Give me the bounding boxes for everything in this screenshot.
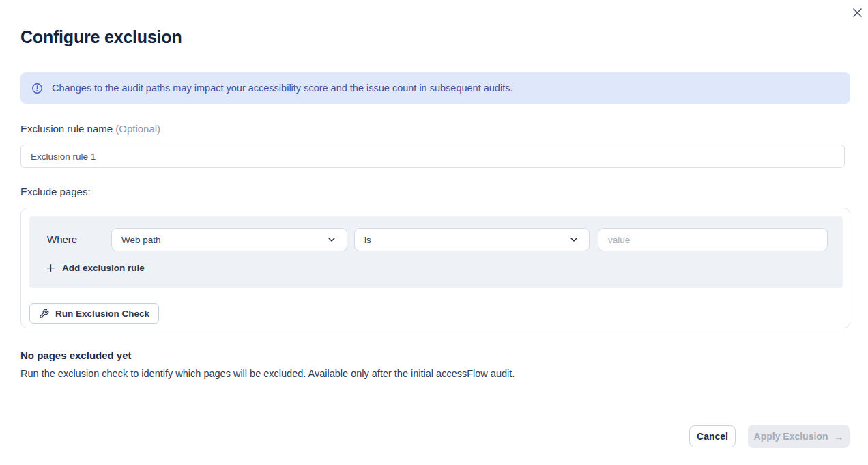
arrow-right-icon: → xyxy=(833,431,843,442)
chevron-down-icon xyxy=(326,234,337,245)
exclude-pages-label: Exclude pages: xyxy=(20,186,91,197)
field-dropdown[interactable]: Web path xyxy=(111,228,347,251)
run-exclusion-check-button[interactable]: Run Exclusion Check xyxy=(29,303,159,324)
rule-name-input[interactable] xyxy=(20,145,845,168)
add-exclusion-rule-button[interactable]: Add exclusion rule xyxy=(46,263,145,273)
empty-state-description: Run the exclusion check to identify whic… xyxy=(20,368,515,379)
info-banner: Changes to the audit paths may impact yo… xyxy=(20,72,850,104)
configure-exclusion-modal: Configure exclusion Changes to the audit… xyxy=(0,0,868,465)
close-button[interactable] xyxy=(850,5,865,20)
rule-value-input[interactable] xyxy=(598,228,828,251)
rule-row-panel: Where Web path is xyxy=(29,216,843,288)
rule-name-label-text: Exclusion rule name xyxy=(20,123,113,135)
where-label: Where xyxy=(47,234,77,245)
chevron-down-icon xyxy=(568,234,579,245)
close-icon xyxy=(851,6,864,19)
exclusion-rules-card: Where Web path is xyxy=(20,208,850,328)
operator-dropdown-value: is xyxy=(364,235,371,245)
alert-circle-icon xyxy=(31,83,43,94)
add-exclusion-rule-label: Add exclusion rule xyxy=(62,263,145,273)
apply-exclusion-button[interactable]: Apply Exclusion → xyxy=(748,425,850,448)
info-banner-text: Changes to the audit paths may impact yo… xyxy=(52,83,512,94)
operator-dropdown[interactable]: is xyxy=(354,228,590,251)
optional-hint: (Optional) xyxy=(115,123,160,135)
run-exclusion-check-label: Run Exclusion Check xyxy=(55,309,149,319)
plus-icon xyxy=(46,263,56,273)
cancel-button[interactable]: Cancel xyxy=(689,425,736,447)
field-dropdown-value: Web path xyxy=(121,235,161,245)
empty-state-title: No pages excluded yet xyxy=(20,350,132,361)
page-title: Configure exclusion xyxy=(20,27,182,47)
wrench-icon xyxy=(39,309,49,319)
rule-name-label: Exclusion rule name (Optional) xyxy=(20,123,160,135)
apply-exclusion-label: Apply Exclusion xyxy=(754,431,828,442)
